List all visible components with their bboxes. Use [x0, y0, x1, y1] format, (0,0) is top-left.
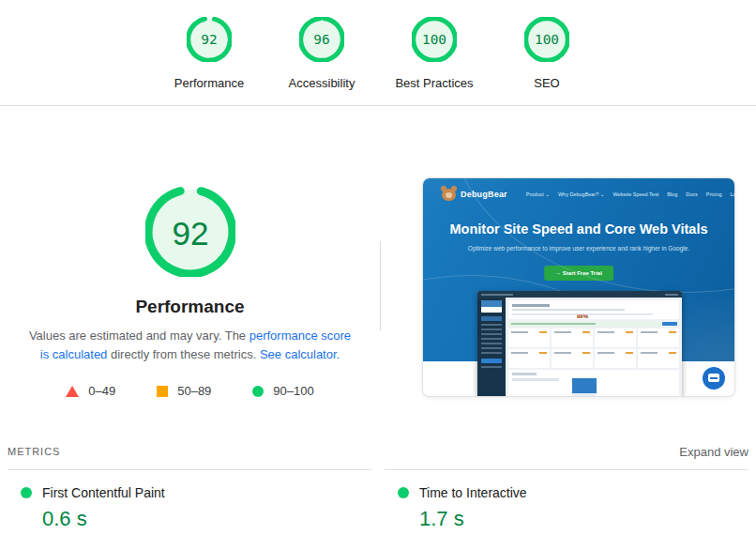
vertical-divider	[380, 241, 381, 330]
best-practices-gauge-label: Best Practices	[395, 76, 473, 90]
performance-gauge-icon: 92	[187, 17, 232, 62]
metric-name: First Contentful Paint	[42, 485, 165, 500]
hero-heading: Monitor Site Speed and Core Web Vitals	[423, 222, 734, 237]
nav-pricing[interactable]: Pricing	[706, 191, 722, 197]
seo-gauge-icon: 100	[524, 17, 569, 62]
performance-score: 92	[201, 32, 217, 47]
legend-fail: 0–49	[66, 384, 115, 398]
pass-circle-icon	[252, 386, 264, 397]
description-text-2: directly from these metrics.	[107, 347, 260, 361]
dashboard-report-header: 90%— 92%—	[508, 300, 679, 319]
nav-why-debugbear[interactable]: Why DebugBear? ⌄	[558, 191, 605, 197]
metric-time-to-interactive: Time to Interactive 1.7 s	[385, 469, 748, 531]
performance-summary-column: 92 Performance Values are estimated and …	[0, 106, 380, 398]
debugbear-logo: DebugBear	[442, 187, 507, 201]
dashboard-sidebar-thumbnail	[481, 300, 502, 313]
performance-gauge-large: 92	[145, 187, 235, 277]
screenshot-column: DebugBear Product ⌄ Why DebugBear? ⌄ Web…	[422, 177, 735, 397]
fail-range-label: 0–49	[88, 384, 115, 398]
dashboard-sidebar	[477, 298, 506, 397]
hero-start-free-trial-button[interactable]: → Start Free Trial	[544, 266, 613, 281]
score-legend: 0–49 50–89 90–100	[0, 384, 380, 398]
metrics-header: METRICS Expand view	[8, 442, 748, 461]
nav-docs[interactable]: Docs	[686, 191, 698, 197]
nav-website-speed-test[interactable]: Website Speed Test	[612, 191, 658, 197]
seo-score: 100	[535, 32, 559, 47]
legend-pass: 90–100	[252, 384, 313, 398]
seo-gauge-label: SEO	[534, 76, 559, 90]
dashboard-sidebar-button	[481, 359, 502, 363]
metrics-columns: First Contentful Paint 0.6 s Time to Int…	[8, 469, 748, 531]
metric-first-contentful-paint: First Contentful Paint 0.6 s	[8, 469, 371, 531]
pass-range-label: 90–100	[273, 384, 313, 398]
debugbear-brand-text: DebugBear	[461, 190, 507, 199]
chat-widget-button[interactable]	[703, 367, 725, 390]
accessibility-score: 96	[313, 32, 329, 47]
pass-dot-icon	[398, 487, 409, 498]
performance-gauge-label: Performance	[174, 76, 244, 90]
average-range-label: 50–89	[177, 384, 211, 398]
dashboard-filmstrip	[508, 370, 679, 397]
performance-title: Performance	[0, 297, 380, 317]
metric-value: 1.7 s	[419, 507, 748, 531]
final-screenshot-thumbnail[interactable]: DebugBear Product ⌄ Why DebugBear? ⌄ Web…	[422, 177, 735, 397]
dashboard-score-red: 92%—	[512, 313, 653, 315]
summary-gauge-best-practices[interactable]: 100 Best Practices	[378, 17, 491, 90]
dashboard-main: 90%— 92%—	[506, 298, 682, 397]
average-square-icon	[157, 386, 168, 397]
pass-dot-icon	[21, 487, 32, 498]
performance-gauge-large-wrap: 92	[0, 187, 380, 281]
dashboard-notice-bar	[508, 321, 679, 327]
see-calculator-link[interactable]: See calculator.	[260, 347, 340, 361]
accessibility-gauge-label: Accessibility	[289, 76, 355, 90]
nav-blog[interactable]: Blog	[667, 191, 677, 197]
debugbear-nav-links: Product ⌄ Why DebugBear? ⌄ Website Speed…	[526, 191, 735, 197]
summary-gauge-seo[interactable]: 100 SEO	[491, 17, 603, 90]
nav-product[interactable]: Product ⌄	[526, 191, 550, 197]
dashboard-topbar	[477, 291, 682, 298]
metrics-section-label: METRICS	[8, 446, 60, 457]
metric-value: 0.6 s	[42, 507, 371, 531]
metrics-section: METRICS Expand view First Contentful Pai…	[0, 442, 756, 531]
expand-view-link[interactable]: Expand view	[679, 445, 748, 459]
legend-average: 50–89	[157, 384, 211, 398]
metric-name: Time to Interactive	[419, 485, 527, 500]
performance-description: Values are estimated and may vary. The p…	[28, 327, 352, 364]
performance-section: 92 Performance Values are estimated and …	[0, 106, 756, 436]
summary-gauge-performance[interactable]: 92 Performance	[153, 17, 265, 90]
description-text-1: Values are estimated and may vary. The	[29, 328, 249, 343]
debugbear-navbar: DebugBear Product ⌄ Why DebugBear? ⌄ Web…	[442, 187, 723, 201]
dashboard-screenshot: 90%— 92%—	[477, 291, 682, 397]
best-practices-gauge-icon: 100	[412, 17, 457, 62]
gauge-row: 92 Performance 96 Accessibility 100 Best…	[0, 0, 756, 90]
best-practices-score: 100	[422, 32, 446, 47]
dashboard-metric-cards	[508, 328, 679, 368]
summary-gauge-accessibility[interactable]: 96 Accessibility	[265, 17, 378, 90]
nav-log-in[interactable]: Log In	[731, 191, 735, 197]
performance-score-large: 92	[172, 215, 208, 252]
score-summary-header: 92 Performance 96 Accessibility 100 Best…	[0, 0, 756, 106]
hero-subheading: Optimize web performance to improve user…	[423, 245, 734, 252]
fail-triangle-icon	[66, 386, 79, 397]
bear-icon	[442, 189, 456, 201]
accessibility-gauge-icon: 96	[299, 17, 344, 62]
